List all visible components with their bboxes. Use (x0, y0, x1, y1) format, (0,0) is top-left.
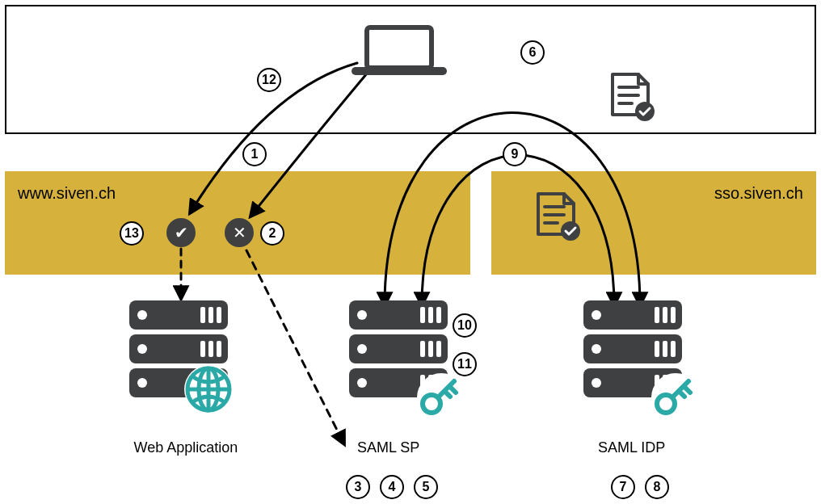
step-2: 2 (260, 221, 284, 246)
idp-server-icon (583, 300, 700, 422)
step-10: 10 (453, 313, 477, 338)
laptop-icon (356, 27, 443, 71)
svg-point-39 (592, 310, 601, 320)
globe-icon (184, 365, 233, 414)
svg-rect-46 (671, 341, 676, 357)
sp-label: SAML SP (357, 439, 454, 456)
svg-point-4 (137, 310, 147, 320)
svg-point-43 (592, 344, 601, 354)
svg-rect-24 (428, 307, 433, 323)
step-11: 11 (453, 352, 477, 376)
flow-2-dashed (246, 250, 344, 444)
step-13: 13 (120, 221, 144, 246)
step-1: 1 (242, 142, 267, 166)
svg-point-47 (592, 378, 601, 388)
status-fail-circle: ✕ (225, 218, 254, 247)
svg-rect-42 (671, 307, 676, 323)
svg-rect-29 (436, 341, 441, 357)
svg-rect-5 (200, 307, 205, 323)
svg-rect-0 (367, 27, 432, 68)
svg-rect-9 (200, 341, 205, 357)
svg-point-26 (357, 344, 367, 354)
step-4: 4 (380, 475, 404, 499)
svg-point-8 (137, 344, 147, 354)
step-8: 8 (645, 475, 669, 499)
status-ok-circle: ✔ (166, 218, 196, 247)
svg-rect-25 (436, 307, 441, 323)
sp-server-icon (349, 300, 465, 422)
svg-rect-6 (208, 307, 213, 323)
svg-rect-28 (428, 341, 433, 357)
step-9: 9 (503, 142, 527, 166)
svg-point-22 (357, 310, 367, 320)
close-icon: ✕ (233, 225, 246, 241)
svg-point-30 (357, 378, 367, 388)
step-5: 5 (414, 475, 438, 499)
check-icon: ✔ (175, 225, 188, 241)
svg-point-12 (137, 378, 147, 388)
svg-rect-10 (208, 341, 213, 357)
key-icon (651, 373, 700, 422)
idp-label: SAML IDP (598, 439, 711, 456)
svg-rect-27 (420, 341, 425, 357)
step-6: 6 (520, 40, 545, 65)
svg-rect-40 (655, 307, 659, 323)
step-7: 7 (611, 475, 635, 499)
webapp-label: Web Application (121, 439, 251, 456)
webapp-server-icon (129, 300, 233, 414)
flow-9 (422, 155, 614, 305)
diagram-svg (0, 0, 821, 504)
svg-rect-45 (663, 341, 667, 357)
document-check-icon (613, 74, 655, 121)
svg-rect-41 (663, 307, 667, 323)
svg-rect-11 (217, 341, 221, 357)
svg-rect-23 (420, 307, 425, 323)
svg-rect-7 (217, 307, 221, 323)
document-check-icon (538, 194, 580, 241)
key-icon (417, 373, 465, 422)
step-12: 12 (257, 68, 281, 92)
svg-rect-44 (655, 341, 659, 357)
step-3: 3 (346, 475, 370, 499)
